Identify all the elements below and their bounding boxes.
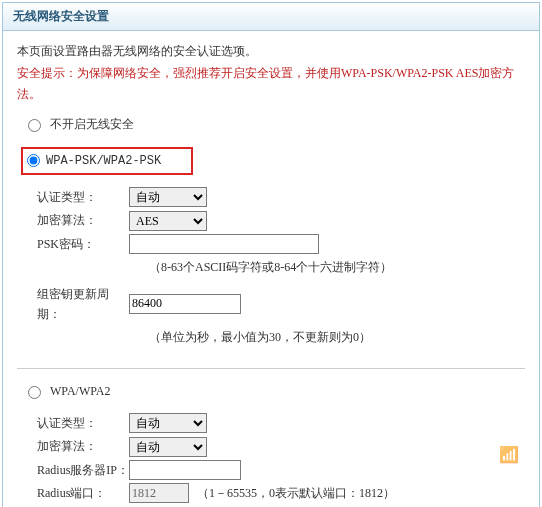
separator bbox=[17, 368, 525, 369]
radius-port-input[interactable] bbox=[129, 483, 189, 503]
auth-type-label: 认证类型： bbox=[17, 187, 129, 207]
radio-none-label: 不开启无线安全 bbox=[50, 114, 134, 134]
row-gk: 组密钥更新周期： bbox=[17, 284, 525, 325]
radio-wpa[interactable] bbox=[28, 386, 41, 399]
wpa-auth-label: 认证类型： bbox=[17, 413, 129, 433]
option-none-row: 不开启无线安全 bbox=[23, 114, 525, 134]
radio-wpa-psk-label: WPA-PSK/WPA2-PSK bbox=[46, 151, 161, 171]
intro-text: 本页面设置路由器无线网络的安全认证选项。 bbox=[17, 41, 525, 61]
algo-select[interactable]: AES bbox=[129, 211, 207, 231]
radio-none[interactable] bbox=[28, 119, 41, 132]
auth-type-select[interactable]: 自动 bbox=[129, 187, 207, 207]
row-algo: 加密算法： AES bbox=[17, 210, 525, 230]
panel-title: 无线网络安全设置 bbox=[13, 9, 109, 23]
radius-ip-label: Radius服务器IP： bbox=[17, 460, 129, 480]
section-wpa-psk: WPA-PSK/WPA2-PSK 认证类型： 自动 加密算法： AES bbox=[17, 147, 525, 348]
gk-input[interactable] bbox=[129, 294, 241, 314]
row-radius-port: Radius端口： （1－65535，0表示默认端口：1812） bbox=[17, 483, 525, 503]
radius-port-note: （1－65535，0表示默认端口：1812） bbox=[197, 483, 395, 503]
row-wpa-algo: 加密算法： 自动 bbox=[17, 436, 525, 456]
section-wpa: WPA/WPA2 认证类型： 自动 加密算法： 自动 bbox=[17, 381, 525, 507]
wpa-algo-select[interactable]: 自动 bbox=[129, 437, 207, 457]
radius-ip-input[interactable] bbox=[129, 460, 241, 480]
radio-wpa-psk[interactable] bbox=[27, 154, 40, 167]
panel: 无线网络安全设置 本页面设置路由器无线网络的安全认证选项。 安全提示：为保障网络… bbox=[2, 2, 540, 507]
psk-input[interactable] bbox=[129, 234, 319, 254]
row-auth-type: 认证类型： 自动 bbox=[17, 187, 525, 207]
warning-text: 安全提示：为保障网络安全，强烈推荐开启安全设置，并使用WPA-PSK/WPA2-… bbox=[17, 63, 525, 104]
algo-label: 加密算法： bbox=[17, 210, 129, 230]
gk-label: 组密钥更新周期： bbox=[17, 284, 129, 325]
panel-content: 本页面设置路由器无线网络的安全认证选项。 安全提示：为保障网络安全，强烈推荐开启… bbox=[3, 31, 539, 507]
wpa-algo-label: 加密算法： bbox=[17, 436, 129, 456]
radius-port-label: Radius端口： bbox=[17, 483, 129, 503]
row-radius-ip: Radius服务器IP： bbox=[17, 460, 525, 480]
row-wpa-auth: 认证类型： 自动 bbox=[17, 413, 525, 433]
option-wpa-row: WPA/WPA2 bbox=[23, 381, 525, 401]
psk-note: （8-63个ASCII码字符或8-64个十六进制字符） bbox=[17, 257, 525, 277]
highlight-box: WPA-PSK/WPA2-PSK bbox=[21, 147, 193, 175]
gk-note: （单位为秒，最小值为30，不更新则为0） bbox=[17, 327, 525, 347]
radio-wpa-label: WPA/WPA2 bbox=[50, 381, 110, 401]
row-psk: PSK密码： bbox=[17, 234, 525, 254]
wpa-auth-select[interactable]: 自动 bbox=[129, 413, 207, 433]
panel-header: 无线网络安全设置 bbox=[3, 3, 539, 31]
psk-label: PSK密码： bbox=[17, 234, 129, 254]
